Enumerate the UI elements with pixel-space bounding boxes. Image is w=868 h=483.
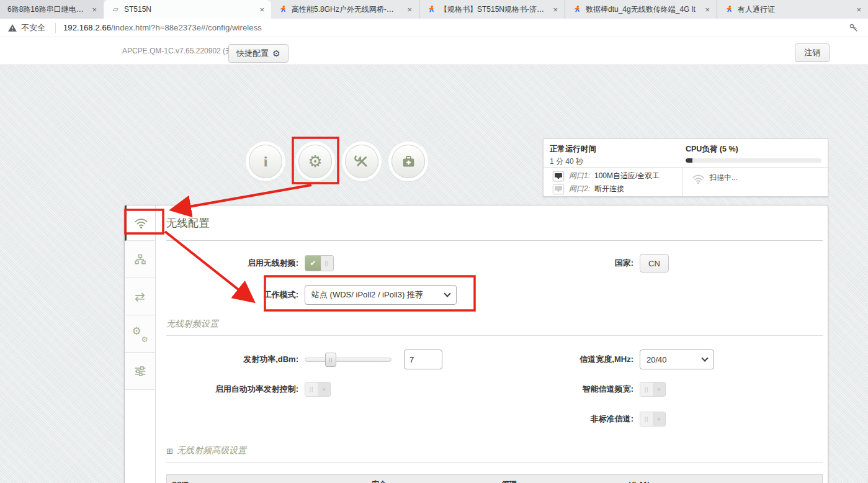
operating-mode-value: 站点 (WDS/ iPoll2 / iPoll3) 推荐 — [311, 289, 423, 300]
browser-tab-5[interactable]: 数据棒dtu_4g无线数传终端_4G lt × — [565, 0, 717, 19]
atpc-toggle[interactable]: || × — [305, 382, 331, 397]
tx-power-input[interactable] — [404, 350, 442, 369]
password-key-icon[interactable] — [848, 22, 859, 34]
nonstandard-channel-label: 非标准信道: — [475, 413, 633, 425]
gear-icon: ⚙ — [272, 49, 280, 58]
tab-close-icon[interactable]: × — [703, 5, 712, 14]
toggle-cross-icon: × — [318, 382, 330, 396]
sitemap-icon — [134, 253, 146, 266]
channel-width-select[interactable]: 20/40 — [640, 350, 714, 369]
sidebar-item-services[interactable]: ⚙⚙ — [125, 315, 155, 353]
person-favicon-icon — [279, 5, 287, 14]
sidebar-item-network[interactable] — [125, 241, 155, 278]
advanced-radio-section-header[interactable]: ⊞ 无线射频高级设置 — [166, 445, 823, 463]
wireless-status-text: 扫描中... — [709, 173, 738, 183]
page-title: 无线配置 — [166, 205, 823, 241]
smart-channel-width-label: 智能信道频宽: — [475, 384, 633, 395]
eth1-status: 100M自适应/全双工 — [594, 171, 660, 181]
toggle-cross-icon: × — [653, 412, 665, 426]
toggle-check-icon: ✔ — [305, 256, 321, 271]
smart-channel-width-toggle[interactable]: || × — [640, 382, 666, 397]
tab-close-icon[interactable]: × — [257, 5, 266, 14]
config-sidebar: ⇄ ⚙⚙ — [125, 205, 156, 483]
logout-button[interactable]: 注销 — [795, 43, 830, 62]
toggle-cross-icon: × — [653, 382, 665, 396]
channel-width-value: 20/40 — [647, 355, 667, 364]
parallelogram-favicon-icon: ▱ — [111, 5, 120, 14]
browser-tab-4[interactable]: 【规格书】ST515N规格书-济南有 × — [419, 0, 565, 19]
operating-mode-select[interactable]: 站点 (WDS/ iPoll2 / iPoll3) 推荐 — [305, 285, 457, 305]
nav-configuration-button[interactable]: ⚙ — [298, 145, 332, 178]
tab-close-icon[interactable]: × — [90, 5, 99, 14]
nav-troubleshoot-button[interactable] — [391, 145, 425, 178]
uptime-value: 1 分 40 秒 — [550, 156, 677, 167]
tx-power-slider[interactable]: || — [305, 358, 391, 362]
chevron-down-icon — [444, 290, 450, 297]
channel-width-label: 信道宽度,MHz: — [475, 354, 633, 365]
nav-status-button[interactable]: i — [249, 145, 282, 178]
enable-radio-toggle[interactable]: ✔ || — [305, 255, 334, 271]
wifi-icon — [134, 216, 148, 230]
country-value: CN — [648, 259, 660, 268]
browser-tab-6[interactable]: 有人通行证 × — [717, 0, 868, 19]
eth1-label: 网口1: — [569, 171, 590, 181]
column-header-management: 管理 — [497, 475, 624, 483]
url-host: 192.168.2.66 — [63, 23, 111, 32]
sliders-icon — [134, 365, 146, 377]
tab-close-icon[interactable]: × — [551, 5, 560, 14]
sidebar-item-traffic[interactable]: ⇄ — [125, 278, 155, 315]
person-favicon-icon — [573, 5, 581, 14]
url-text[interactable]: 192.168.2.66/index.html?h=88e2373e#/conf… — [63, 23, 262, 32]
url-path: /index.html?h=88e2373e#/config/wireless — [111, 23, 262, 32]
browser-tab-2[interactable]: ▱ ST515N × — [104, 0, 271, 19]
advanced-radio-title: 无线射频高级设置 — [177, 445, 246, 456]
browser-tab-3[interactable]: 高性能5.8GHz户外无线网桥-济南 × — [271, 0, 419, 19]
security-label[interactable]: 不安全 — [21, 22, 45, 34]
ethernet-port1-icon — [552, 170, 565, 183]
warning-icon — [7, 23, 17, 33]
tab-close-icon[interactable]: × — [854, 5, 863, 14]
toggle-bars-icon: || — [640, 412, 653, 426]
app-header: APCPE.QM-1C.v7.65.220902 (升级) 快捷配置 ⚙ 注销 — [0, 37, 868, 65]
radio-settings-section-header: 无线射频设置 — [166, 318, 823, 336]
config-content: 无线配置 启用无线射频: ✔ || 国家: CN — [156, 205, 829, 483]
column-header-security: 安全 — [367, 475, 497, 483]
browser-tab-strip: 6路8路16路串口继电器-IO控制器 × ▱ ST515N × 高性能5.8GH… — [0, 0, 868, 19]
tab-title: 有人通行证 — [738, 4, 850, 15]
column-header-vlan: VLAN — [624, 475, 787, 483]
uptime-label: 正常运行时间 — [550, 144, 677, 155]
country-label: 国家: — [475, 258, 633, 269]
sidebar-item-wireless[interactable] — [125, 205, 155, 241]
tx-power-label: 发射功率,dBm: — [166, 354, 298, 365]
person-favicon-icon — [725, 5, 733, 14]
tab-title: ST515N — [124, 5, 253, 14]
toggle-bars-icon: || — [640, 382, 653, 396]
quick-setup-button[interactable]: 快捷配置 ⚙ — [228, 44, 289, 63]
browser-tab-1[interactable]: 6路8路16路串口继电器-IO控制器 × — [0, 0, 104, 19]
gear-icon: ⚙ — [308, 153, 322, 169]
tab-close-icon[interactable]: × — [405, 5, 414, 14]
cpu-progress-fill — [686, 158, 692, 163]
first-aid-kit-icon — [401, 155, 416, 169]
atpc-label: 启用自动功率发射控制: — [166, 384, 298, 395]
toggle-bars-icon: || — [305, 382, 318, 396]
wireless-config-card: ⇄ ⚙⚙ 无线配置 启用无线射频: ✔ || — [124, 205, 828, 483]
operating-mode-label: 工作模式: — [166, 289, 298, 300]
cpu-load-label: CPU负荷 (5 %) — [686, 144, 821, 155]
toggle-bars-icon: || — [321, 256, 333, 271]
address-bar[interactable]: 不安全 192.168.2.66/index.html?h=88e2373e#/… — [0, 19, 868, 37]
tab-title: 数据棒dtu_4g无线数传终端_4G lt — [586, 4, 699, 15]
nav-tools-button[interactable] — [345, 145, 378, 178]
enable-radio-label: 启用无线射频: — [166, 258, 298, 269]
eth2-status: 断开连接 — [594, 184, 624, 194]
ssid-table-header-row: SSID 安全 管理 VLAN — [167, 475, 823, 483]
slider-handle[interactable]: || — [325, 353, 336, 367]
ssid-table: SSID 安全 管理 VLAN APCPE 开放 启用 -- ⚙ — [166, 474, 823, 483]
nonstandard-channel-toggle[interactable]: || × — [640, 412, 666, 427]
tab-title: 高性能5.8GHz户外无线网桥-济南 — [292, 4, 401, 15]
radio-settings-title: 无线射频设置 — [166, 318, 218, 330]
info-icon: i — [264, 153, 268, 170]
sidebar-item-system[interactable] — [125, 353, 155, 390]
country-button[interactable]: CN — [640, 254, 669, 273]
expand-icon[interactable]: ⊞ — [166, 446, 173, 456]
